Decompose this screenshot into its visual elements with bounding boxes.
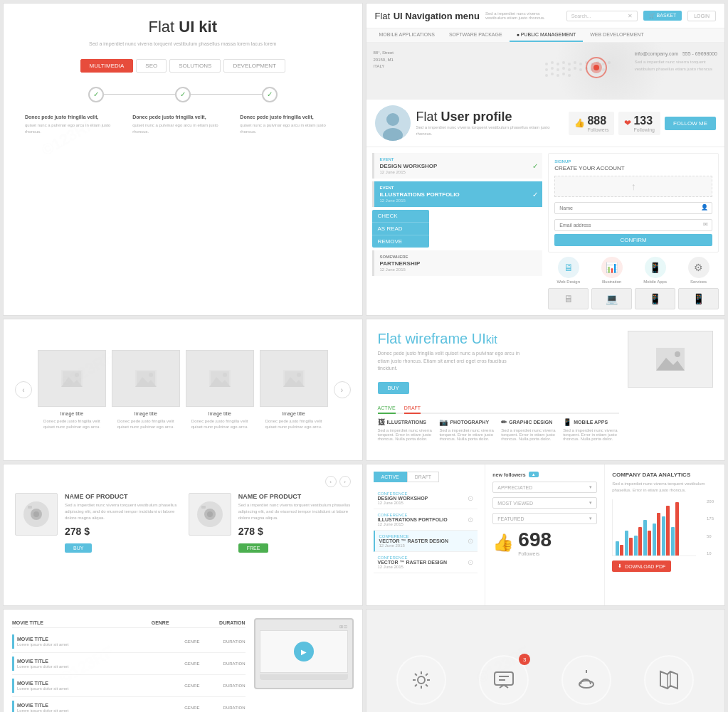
carousel-desc-4: Donec pede justo fringilla velit quiset … [260, 418, 328, 430]
svg-point-13 [551, 67, 554, 70]
carousel-panel: ©123RF ‹ Image title Donec pede justo fr… [3, 319, 363, 461]
context-as-read[interactable]: AS READ [372, 223, 429, 235]
download-pdf-button[interactable]: ⬇ DOWNLOAD PDF [612, 560, 671, 572]
weather-circle[interactable] [561, 655, 611, 705]
image-placeholder-icon-1 [61, 370, 83, 387]
followers-label: Followers [587, 127, 608, 132]
device-tablet: 📱 [635, 288, 675, 309]
event-check-2: ⊙ [468, 516, 473, 524]
carousel-prev-button[interactable]: ‹ [15, 381, 32, 398]
wireframe-buy-button[interactable]: BUY [378, 382, 409, 394]
tab-development[interactable]: DEVELOPMENT [223, 59, 285, 73]
svg-point-15 [562, 67, 565, 70]
carousel-next-button[interactable]: › [334, 381, 351, 398]
tab-active[interactable]: ACTIVE [378, 405, 396, 414]
thumbs-up-icon: 👍 [574, 118, 585, 128]
product-card-2: NAME OF PRODUCT Sed a imperdiet nunc viv… [189, 493, 351, 553]
event-item-3: CONFERENCE VECTOR ™ RASTER DESIGN 12 Jun… [374, 531, 478, 552]
email-input[interactable] [554, 219, 712, 231]
ev-tab-active[interactable]: ACTIVE [374, 472, 407, 482]
avatar-svg [375, 105, 411, 141]
events-tabs: ACTIVE DRAFT [374, 472, 478, 482]
bar-red-4 [648, 531, 651, 556]
svg-point-2 [556, 63, 559, 65]
main-grid: ©123RF Flat UI kit Sed a imperdiet nunc … [0, 0, 728, 712]
bar-blue-4 [643, 520, 647, 556]
prev-product-button[interactable]: ‹ [325, 476, 337, 487]
context-check[interactable]: CHECK [372, 210, 429, 223]
wireframe-columns: 🖼 ILLUSTRATIONS Sed a imperdiet nunc viv… [378, 418, 620, 441]
svg-point-37 [75, 373, 79, 377]
buy-button-1[interactable]: BUY [65, 543, 92, 553]
maps-circle[interactable] [644, 655, 694, 705]
profile-name: Flat User profile [416, 110, 564, 124]
settings-circle[interactable] [396, 655, 446, 705]
wireframe-desc: Donec pede justo fringilla velit quiset … [378, 350, 520, 373]
svg-point-25 [556, 74, 559, 77]
free-button-2[interactable]: FREE [238, 543, 269, 553]
movie-row-1: MOVIE TITLE Lorem ipsum dolor sit amet G… [12, 631, 246, 653]
search-box[interactable]: Search... ✕ [566, 11, 638, 21]
mobile-apps-icon: 📱 [645, 257, 666, 278]
bar-group-2 [625, 531, 633, 556]
signup-section: SIGNUP CREATE YOUR ACCOUNT ↑ 👤 ✉ CONFIRM [548, 153, 719, 316]
mobile-icons-panel: ©123RF SETTINGS [366, 609, 726, 712]
step-3: ✓ [262, 87, 278, 102]
settings-icon-item: SETTINGS [396, 655, 446, 712]
laptop-frame: ⊞ ⊡ ▶ [254, 618, 354, 689]
login-button[interactable]: LOGIN [687, 11, 716, 21]
bar-red-3 [638, 527, 642, 556]
play-button[interactable]: ▶ [294, 642, 314, 661]
svg-point-14 [556, 68, 559, 71]
steps-indicator: ✓ ✓ ✓ [18, 87, 348, 102]
map-info: 88°, Street20150, M1ITALY [374, 50, 394, 70]
profile-stats: 👍 888 Followers ❤ 133 Following FOLLOW M… [569, 112, 716, 135]
chat-circle[interactable]: 3 [479, 655, 529, 705]
appreciated-filter[interactable]: APPRECIATED ▾ [492, 482, 597, 493]
svg-marker-67 [660, 671, 677, 689]
bar-group-1 [616, 541, 623, 556]
photography-icon: 📷 [439, 418, 448, 426]
next-product-button[interactable]: › [339, 476, 351, 487]
svg-point-23 [545, 74, 548, 77]
tab-seo[interactable]: SEO [136, 59, 167, 73]
carousel-title-1: Image title [38, 411, 106, 416]
context-remove[interactable]: REMOVE [372, 235, 429, 248]
basket-button[interactable]: 🛒 BASKET [643, 11, 682, 21]
likes-count: 👍 698 Followers [492, 528, 597, 556]
analytics-title: COMPANY DATA ANALYTICS [612, 472, 717, 478]
tab-multimedia[interactable]: MULTIMEDIA [80, 59, 134, 73]
bar-blue-5 [653, 524, 656, 556]
step-1: ✓ [88, 87, 104, 102]
carousel-title-2: Image title [112, 411, 180, 416]
ev-tab-draft[interactable]: DRAFT [407, 472, 439, 482]
signup-form: SIGNUP CREATE YOUR ACCOUNT ↑ 👤 ✉ CONFIRM [548, 153, 719, 253]
nav-tab-web[interactable]: WEB DEVELOPEMENT [583, 28, 650, 42]
upload-area[interactable]: ↑ [554, 176, 712, 197]
new-badge: ▲ [529, 472, 539, 477]
confirm-button[interactable]: CONFIRM [554, 234, 712, 246]
svg-point-26 [562, 73, 565, 75]
illustration-icon: 📊 [601, 257, 623, 278]
bar-blue-3 [634, 536, 638, 556]
search-clear-icon[interactable]: ✕ [628, 13, 633, 19]
camera-icon-1 [22, 500, 51, 528]
carousel-item-1: Image title Donec pede justo fringilla v… [38, 350, 106, 430]
event-check-1: ⊙ [468, 494, 473, 502]
icon-mobile-apps: 📱 Mobile Apps [635, 257, 675, 284]
follow-button[interactable]: FOLLOW ME [665, 117, 716, 130]
tab-draft[interactable]: DRAFT [404, 405, 421, 414]
svg-point-41 [149, 373, 153, 377]
nav-tab-public[interactable]: ● PUBLIC MANAGEMENT [510, 28, 584, 42]
bar-red-1 [620, 545, 623, 556]
bar-blue-7 [671, 527, 675, 556]
featured-filter[interactable]: FEATURED ▾ [492, 513, 597, 524]
name-input[interactable] [554, 202, 712, 214]
most-viewed-filter[interactable]: MOST VIEWED ▾ [492, 497, 597, 509]
tab-solutions[interactable]: SOLUTIONS [169, 59, 221, 73]
nav-tab-software[interactable]: SOFTWARE PACKAGE [442, 28, 510, 42]
bar-red-7 [675, 502, 679, 556]
product-nav-arrows: ‹ › [15, 476, 351, 487]
nav-tab-mobile[interactable]: MOBILE APPLICATIONS [372, 28, 442, 42]
movie-list-header: MOVIE TITLE GENRE DURATION [12, 618, 246, 628]
